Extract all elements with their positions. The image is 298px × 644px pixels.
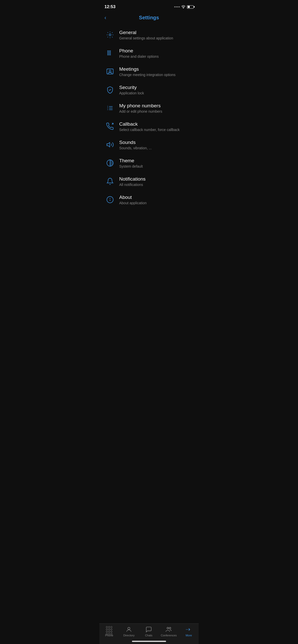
back-button[interactable]: ‹ [104, 14, 106, 21]
security-title: Security [119, 85, 194, 90]
svg-point-8 [107, 53, 108, 54]
callback-title: Callback [119, 121, 194, 127]
about-subtitle: About application [119, 201, 194, 205]
svg-point-2 [107, 50, 108, 51]
svg-point-5 [107, 52, 108, 53]
svg-point-11 [107, 54, 108, 55]
svg-point-12 [109, 54, 110, 55]
svg-rect-14 [107, 69, 113, 74]
svg-point-0 [183, 8, 184, 8]
general-subtitle: General settings about application [119, 36, 194, 40]
svg-point-15 [109, 70, 111, 72]
svg-point-3 [109, 50, 110, 51]
settings-item-callback[interactable]: Callback Select callback number, force c… [99, 117, 199, 136]
phone-text: Phone Phone and dialer options [119, 48, 194, 58]
notifications-title: Notifications [119, 176, 194, 182]
settings-item-security[interactable]: Security Application lock [99, 81, 199, 99]
settings-item-phone-numbers[interactable]: 1 2 3 My phone numbers Add or edit phone… [99, 99, 199, 117]
svg-point-9 [109, 53, 110, 54]
general-title: General [119, 30, 194, 35]
svg-text:3: 3 [107, 109, 108, 110]
theme-title: Theme [119, 158, 194, 164]
meetings-icon [104, 66, 116, 77]
settings-item-about[interactable]: About About application [99, 191, 199, 209]
status-bar: 12:53 [99, 0, 199, 12]
about-title: About [119, 195, 194, 200]
header: ‹ Settings [99, 12, 199, 26]
settings-item-notifications[interactable]: Notifications All notifications [99, 172, 199, 191]
phone-numbers-subtitle: Add or edit phone numbers [119, 109, 194, 113]
settings-item-meetings[interactable]: Meetings Change meeting integration opti… [99, 62, 199, 81]
settings-item-phone[interactable]: Phone Phone and dialer options [99, 44, 199, 62]
bell-icon [104, 176, 116, 187]
gear-icon [104, 29, 116, 40]
svg-point-6 [109, 52, 110, 53]
general-text: General General settings about applicati… [119, 30, 194, 40]
svg-point-13 [110, 54, 111, 55]
battery-icon [187, 5, 194, 9]
meetings-subtitle: Change meeting integration options [119, 73, 194, 77]
settings-item-sounds[interactable]: Sounds Sounds, vibration, ... [99, 136, 199, 154]
settings-item-theme[interactable]: Theme System default [99, 154, 199, 172]
theme-subtitle: System default [119, 164, 194, 168]
meetings-title: Meetings [119, 66, 194, 72]
theme-icon [104, 157, 116, 169]
page-title: Settings [139, 15, 159, 21]
info-icon [104, 194, 116, 205]
callback-subtitle: Select callback number, force callback [119, 128, 194, 132]
svg-point-10 [110, 53, 111, 54]
svg-point-1 [109, 34, 111, 36]
meetings-text: Meetings Change meeting integration opti… [119, 66, 194, 77]
callback-text: Callback Select callback number, force c… [119, 121, 194, 132]
security-text: Security Application lock [119, 85, 194, 95]
about-text: About About application [119, 195, 194, 205]
settings-list: General General settings about applicati… [99, 26, 199, 234]
speaker-icon [104, 139, 116, 150]
phone-numbers-title: My phone numbers [119, 103, 194, 109]
notifications-text: Notifications All notifications [119, 176, 194, 187]
dialpad-icon [104, 48, 116, 59]
sounds-title: Sounds [119, 140, 194, 145]
signal-icon [174, 6, 180, 7]
sounds-text: Sounds Sounds, vibration, ... [119, 140, 194, 150]
phone-title: Phone [119, 48, 194, 54]
phone-numbers-text: My phone numbers Add or edit phone numbe… [119, 103, 194, 113]
notifications-subtitle: All notifications [119, 183, 194, 187]
shield-icon [104, 84, 116, 95]
svg-marker-23 [107, 142, 110, 147]
phone-subtitle: Phone and dialer options [119, 54, 194, 58]
list-icon: 1 2 3 [104, 103, 116, 114]
status-icons [174, 5, 194, 9]
settings-item-general[interactable]: General General settings about applicati… [99, 26, 199, 44]
callback-icon [104, 121, 116, 132]
sounds-subtitle: Sounds, vibration, ... [119, 146, 194, 150]
svg-point-4 [110, 50, 111, 51]
svg-point-7 [110, 52, 111, 53]
status-time: 12:53 [104, 4, 115, 9]
security-subtitle: Application lock [119, 91, 194, 95]
theme-text: Theme System default [119, 158, 194, 168]
wifi-icon [181, 5, 185, 8]
